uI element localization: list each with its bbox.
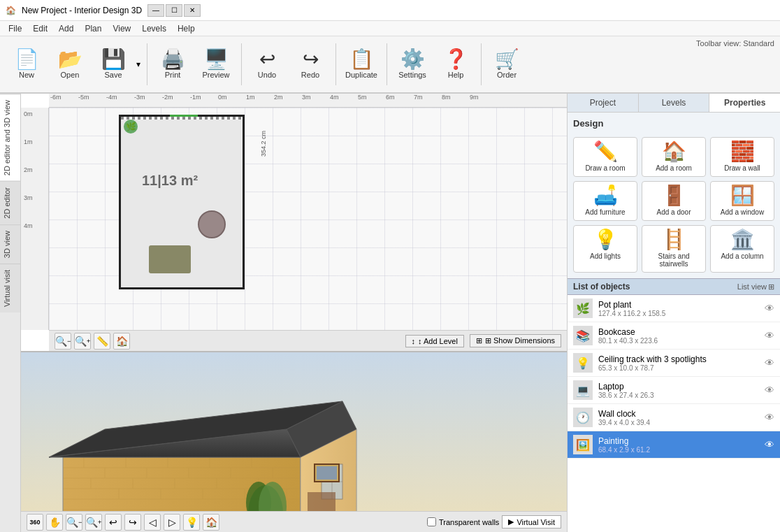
add-furniture-label: Add furniture <box>585 208 625 216</box>
add-column-card[interactable]: 🏛️ Add a column <box>710 225 774 273</box>
objects-section: List of objects List view ⊞ 🌿 Pot plant … <box>568 278 780 532</box>
list-item[interactable]: 🕐 Wall clock 39.4 x 4.0 x 39.4 👁 <box>568 404 780 431</box>
add-door-card[interactable]: 🚪 Add a door <box>642 181 706 221</box>
view-3d[interactable]: ↖ 360 ✋ 🔍− 🔍+ ↩ ↪ ◁ ▷ 💡 🏠 Transparent wa… <box>21 352 567 532</box>
draw-room-card[interactable]: ✏️ Draw a room <box>573 137 637 177</box>
canvas-2d[interactable]: 🌿 11|13 m² 354.2 cm 0.0 <box>49 108 567 330</box>
add-level-button[interactable]: ↕ ↕ Add Level <box>405 335 464 347</box>
toolbar: Toolbar view: Standard 📄 New 📂 Open 💾 Sa… <box>0 36 780 94</box>
stairs-card[interactable]: 🪜 Stairs and stairwells <box>642 225 706 273</box>
object-dims: 80.1 x 40.3 x 223.6 <box>598 337 759 345</box>
tab-properties[interactable]: Properties <box>709 94 780 112</box>
open-label: Open <box>61 71 80 79</box>
close-button[interactable]: ✕ <box>184 4 201 17</box>
transparent-walls-control: Transparent walls <box>427 517 499 526</box>
pan-button[interactable]: ✋ <box>46 514 63 531</box>
open-button[interactable]: 📂 Open <box>49 39 91 89</box>
menu-levels[interactable]: Levels <box>136 22 172 35</box>
visibility-icon[interactable]: 👁 <box>765 303 774 314</box>
rotate-left-button[interactable]: ↩ <box>105 514 122 531</box>
objects-title: List of objects <box>573 282 630 292</box>
visibility-icon[interactable]: 👁 <box>765 330 774 341</box>
preview-icon: 🖥️ <box>204 50 229 69</box>
tilt-down-button[interactable]: ▷ <box>164 514 180 531</box>
list-item[interactable]: 🖼️ Painting 68.4 x 2.9 x 61.2 👁 <box>568 431 780 459</box>
draw-wall-card[interactable]: 🧱 Draw a wall <box>710 137 774 177</box>
save-dropdown-arrow[interactable]: ▾ <box>134 39 143 89</box>
help-label: Help <box>448 71 464 79</box>
menu-file[interactable]: File <box>3 22 27 35</box>
add-room-card[interactable]: 🏠 Add a room <box>642 137 706 177</box>
object-name: Wall clock <box>598 409 759 419</box>
home-view-button[interactable]: 🏠 <box>113 333 130 350</box>
visibility-icon[interactable]: 👁 <box>765 384 774 396</box>
3d-scene-svg: ↖ <box>21 352 567 511</box>
sidebar-tab-virtual[interactable]: Virtual visit <box>0 264 20 312</box>
list-item[interactable]: 💡 Ceiling track with 3 spotlights 65.3 x… <box>568 350 780 377</box>
rotate-right-button[interactable]: ↪ <box>124 514 141 531</box>
object-dims: 39.4 x 4.0 x 39.4 <box>598 419 759 426</box>
settings-button[interactable]: ⚙️ Settings <box>391 39 433 89</box>
new-button[interactable]: 📄 New <box>6 39 48 89</box>
visibility-icon[interactable]: 👁 <box>765 412 774 423</box>
object-dims: 38.6 x 27.4 x 26.3 <box>598 391 759 399</box>
toolbar-divider-5 <box>481 43 482 85</box>
add-lights-label: Add lights <box>590 252 621 260</box>
maximize-button[interactable]: ☐ <box>166 4 182 17</box>
help-button[interactable]: ❓ Help <box>435 39 477 89</box>
light-button[interactable]: 💡 <box>183 514 200 531</box>
visibility-icon[interactable]: 👁 <box>765 439 774 450</box>
transparent-walls-checkbox[interactable] <box>427 517 436 526</box>
objects-list[interactable]: 🌿 Pot plant 127.4 x 116.2 x 158.5 👁 📚 Bo… <box>568 295 780 532</box>
sidebar-tab-3d[interactable]: 3D view <box>0 224 20 264</box>
show-dimensions-button[interactable]: ⊞ ⊞ Show Dimensions <box>470 334 561 347</box>
zoom-in-button[interactable]: 🔍+ <box>74 333 91 350</box>
object-thumbnail: 📚 <box>573 326 593 345</box>
save-button[interactable]: 💾 Save <box>92 39 134 89</box>
add-column-icon: 🏛️ <box>730 230 755 250</box>
redo-button[interactable]: ↪ Redo <box>289 39 331 89</box>
zoom-in-3d-button[interactable]: 🔍+ <box>85 514 102 531</box>
menu-view[interactable]: View <box>107 22 136 35</box>
sidebar-tab-editor-2d[interactable]: 2D editor <box>0 181 20 224</box>
measure-button[interactable]: 📏 <box>94 333 110 350</box>
zoom-out-button[interactable]: 🔍− <box>55 333 71 350</box>
sidebar-tab-editor-3d[interactable]: 2D editor and 3D view <box>0 94 20 181</box>
list-item[interactable]: 🌿 Pot plant 127.4 x 116.2 x 158.5 👁 <box>568 295 780 322</box>
tab-levels[interactable]: Levels <box>639 94 710 112</box>
tab-project[interactable]: Project <box>568 94 639 112</box>
undo-icon: ↩ <box>259 50 275 69</box>
zoom-out-3d-button[interactable]: 🔍− <box>66 514 82 531</box>
draw-wall-icon: 🧱 <box>730 142 755 161</box>
svg-rect-47 <box>308 492 335 511</box>
add-window-card[interactable]: 🪟 Add a window <box>710 181 774 221</box>
home-3d-button[interactable]: 🏠 <box>203 514 219 531</box>
add-room-icon: 🏠 <box>662 142 686 161</box>
add-furniture-card[interactable]: 🛋️ Add furniture <box>573 181 637 221</box>
360-view-button[interactable]: 360 <box>27 514 43 531</box>
draw-room-icon: ✏️ <box>593 142 618 161</box>
add-lights-card[interactable]: 💡 Add lights <box>573 225 637 273</box>
undo-button[interactable]: ↩ Undo <box>246 39 288 89</box>
list-item[interactable]: 💻 Laptop 38.6 x 27.4 x 26.3 👁 <box>568 377 780 404</box>
redo-label: Redo <box>301 71 319 79</box>
print-button[interactable]: 🖨️ Print <box>152 39 194 89</box>
add-level-label: ↕ Add Level <box>418 337 458 345</box>
menu-edit[interactable]: Edit <box>27 22 53 35</box>
duplicate-button[interactable]: 📋 Duplicate <box>340 39 382 89</box>
preview-button[interactable]: 🖥️ Preview <box>195 39 237 89</box>
draw-wall-label: Draw a wall <box>724 164 760 172</box>
save-group: 💾 Save ▾ <box>92 39 143 89</box>
virtual-visit-button[interactable]: ▶ Virtual Visit <box>502 515 561 529</box>
toolbar-divider-1 <box>147 43 147 85</box>
menu-plan[interactable]: Plan <box>79 22 107 35</box>
menu-add[interactable]: Add <box>53 22 79 35</box>
visibility-icon[interactable]: 👁 <box>765 357 774 368</box>
tilt-up-button[interactable]: ◁ <box>144 514 161 531</box>
list-item[interactable]: 📚 Bookcase 80.1 x 40.3 x 223.6 👁 <box>568 322 780 350</box>
minimize-button[interactable]: — <box>147 4 164 17</box>
object-name: Painting <box>598 436 759 446</box>
list-view-button[interactable]: List view ⊞ <box>737 282 774 292</box>
order-button[interactable]: 🛒 Order <box>486 39 528 89</box>
menu-help[interactable]: Help <box>172 22 201 35</box>
